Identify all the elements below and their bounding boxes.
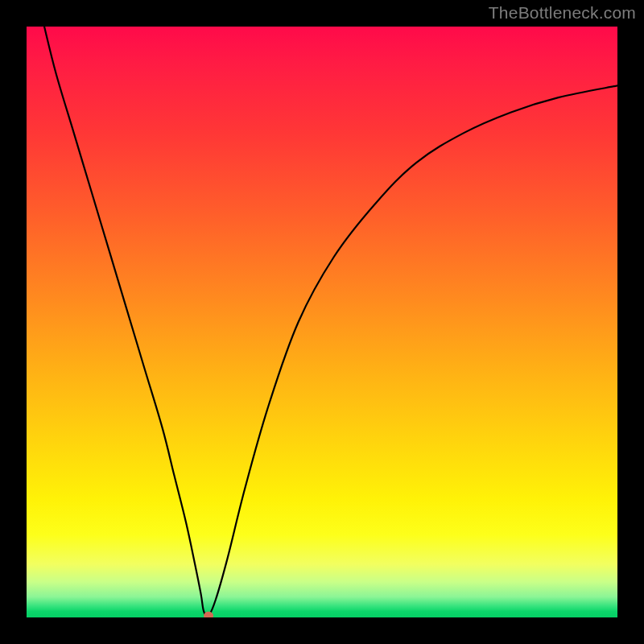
watermark-text: TheBottleneck.com — [489, 3, 636, 23]
plot-area — [27, 27, 617, 617]
bottleneck-curve — [27, 27, 617, 617]
minimum-point-marker — [204, 612, 213, 617]
chart-frame: TheBottleneck.com — [0, 0, 644, 644]
